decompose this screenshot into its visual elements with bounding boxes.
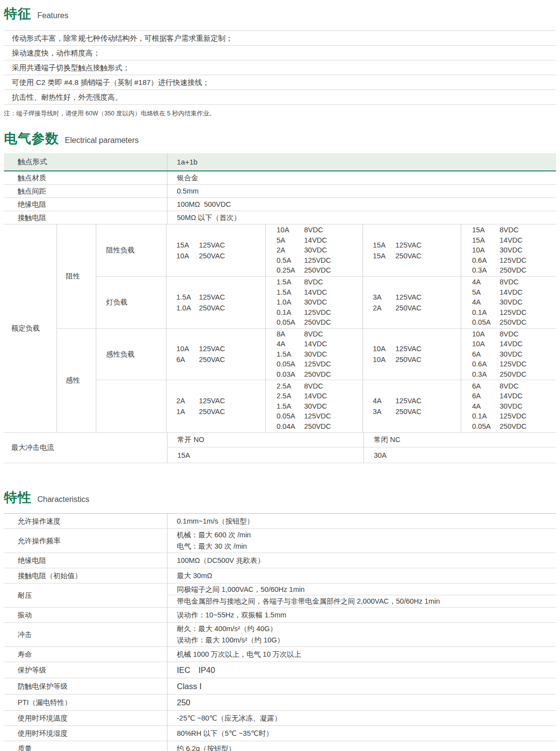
characteristic-value: 80%RH 以下（5℃ ~35℃时） <box>167 726 556 741</box>
current-value: 0.1A <box>277 307 304 318</box>
characteristic-value-line: 100MΩ（DC500V 兆欧表） <box>177 555 556 566</box>
voltage-value: 250VDC <box>500 421 527 432</box>
contact-form-value: 1a+1b <box>167 153 556 170</box>
dc-rating-line: 8A8VDC <box>277 329 363 339</box>
dc-rating-line: 10A8VDC <box>472 329 556 339</box>
ac-rating-line: 15A125VAC <box>176 240 265 250</box>
voltage-value: 125VDC <box>500 359 527 369</box>
voltage-value: 250VAC <box>395 250 421 261</box>
dc-rating-line: 2.5A14VDC <box>277 391 363 401</box>
current-value: 15A <box>373 240 395 250</box>
current-value: 0.05A <box>472 317 500 328</box>
ac-rating-cell: 1.5A125VAC1.0A250VAC <box>166 277 265 329</box>
characteristic-value: IEC IP40 <box>167 662 556 678</box>
dc-rating-line: 2A30VDC <box>277 245 363 255</box>
voltage-value: 30VDC <box>304 349 327 360</box>
load-group-label: 感性 <box>56 329 96 433</box>
characteristic-row: 防触电保护等级Class Ⅰ <box>4 678 556 695</box>
ac-rating-cell: 15A125VAC10A250VAC <box>166 224 265 277</box>
dc-rating-line: 4A14VDC <box>277 339 363 349</box>
voltage-value: 8VDC <box>304 277 323 287</box>
dc-rating-line: 0.05A250VDC <box>472 421 556 432</box>
dc-rating-line: 1.5A30VDC <box>277 349 363 360</box>
dc-rating-cell: 1.5A8VDC1.5A14VDC1.0A30VDC0.1A125VDC0.05… <box>265 277 363 329</box>
dc-rating-line: 5A14VDC <box>277 235 363 246</box>
dc-rating-cell: 10A8VDC10A14VDC6A30VDC0.6A125VDC0.3A250V… <box>461 329 556 380</box>
voltage-value: 125VAC <box>199 240 225 250</box>
voltage-value: 125VDC <box>304 307 331 318</box>
electrical-title-cn: 电气参数 <box>4 130 59 147</box>
voltage-value: 8VDC <box>304 329 323 339</box>
current-value: 15A <box>373 250 395 261</box>
voltage-value: 30VDC <box>500 297 523 307</box>
dc-rating-line: 0.1A125VDC <box>472 307 556 318</box>
dc-rating-line: 10A8VDC <box>277 225 363 235</box>
dc-rating-line: 0.3A250VDC <box>472 265 556 276</box>
characteristic-value: -25℃ ~80℃（应无冰冻、凝露） <box>167 711 556 725</box>
voltage-value: 14VDC <box>304 391 327 401</box>
characteristic-value: 耐久：最大 400m/s²（约 40G）误动作：最大 100m/s²（约 10G… <box>167 623 556 646</box>
characteristic-value-line: 电气：最大 30 次 /min <box>177 541 556 552</box>
voltage-value: 125VAC <box>395 292 421 303</box>
voltage-value: 125VDC <box>500 411 527 421</box>
dc-rating-line: 0.3A250VDC <box>472 369 556 380</box>
voltage-value: 30VDC <box>304 297 327 307</box>
dc-rating-line: 0.1A125VDC <box>277 307 363 318</box>
characteristic-label: 允许操作速度 <box>4 514 167 528</box>
voltage-value: 8VDC <box>500 277 519 287</box>
characteristic-row: 振动误动作：10~55Hz，双振幅 1.5mm <box>4 608 556 623</box>
current-value: 8A <box>277 329 304 339</box>
characteristic-value-line: 同极端子之间 1,000VAC，50/60Hz 1min <box>168 584 556 595</box>
characteristic-value: 同极端子之间 1,000VAC，50/60Hz 1min带电金属部件与接地之间，… <box>167 584 556 607</box>
dc-rating-line: 0.6A125VDC <box>472 255 556 266</box>
characteristic-row: 允许操作频率机械：最大 600 次 /min电气：最大 30 次 /min <box>4 529 556 553</box>
electrical-simple-rows: 触点材质银合金触点间距0.5mm绝缘电阻100MΩ 500VDC接触电阻50MΩ… <box>4 171 556 224</box>
voltage-value: 14VDC <box>500 391 523 401</box>
voltage-value: 8VDC <box>500 329 519 339</box>
ac-rating-line: 10A250VAC <box>373 354 461 365</box>
electrical-table: 触点形式 1a+1b 触点材质银合金触点间距0.5mm绝缘电阻100MΩ 500… <box>4 153 556 463</box>
characteristic-value: 250 <box>167 695 556 710</box>
characteristic-value-line: Class Ⅰ <box>177 681 556 692</box>
voltage-value: 14VDC <box>304 287 327 298</box>
current-value: 3A <box>373 292 395 303</box>
current-value: 10A <box>472 329 500 339</box>
ac-rating-line: 3A125VAC <box>373 292 461 303</box>
current-value: 1.0A <box>277 297 304 307</box>
dc-rating-line: 4A8VDC <box>472 277 556 287</box>
characteristic-value: 机械：最大 600 次 /min电气：最大 30 次 /min <box>167 529 556 553</box>
dc-rating-line: 6A14VDC <box>472 391 556 401</box>
characteristic-row: 寿命机械 1000 万次以上，电气 10 万次以上 <box>4 647 556 662</box>
dc-rating-line: 0.04A250VDC <box>277 421 363 432</box>
characteristic-value: 机械 1000 万次以上，电气 10 万次以上 <box>167 647 556 662</box>
characteristic-label: 振动 <box>4 608 167 622</box>
contact-form-label: 触点形式 <box>4 157 167 167</box>
inrush-nc-header: 常闭 NC <box>364 433 556 447</box>
dc-rating-line: 0.6A125VDC <box>472 359 556 369</box>
characteristic-row: 允许操作速度0.1mm~1m/s（按钮型） <box>4 514 556 529</box>
dc-rating-cell: 10A8VDC5A14VDC2A30VDC0.5A125VDC0.25A250V… <box>265 224 363 277</box>
characteristic-label: 冲击 <box>4 623 167 646</box>
current-value: 0.25A <box>277 265 304 276</box>
current-value: 1.5A <box>277 401 304 412</box>
characteristic-label: 质量 <box>4 741 167 751</box>
characteristic-value-line: 耐久：最大 400m/s²（约 40G） <box>177 623 556 635</box>
dc-rating-line: 2.5A8VDC <box>277 381 363 391</box>
voltage-value: 250VAC <box>395 406 421 417</box>
features-title-en: Features <box>37 11 68 20</box>
characteristic-row: PTI（漏电特性）250 <box>4 695 556 711</box>
dc-rating-cell: 4A8VDC5A14VDC4A30VDC0.1A125VDC0.05A250VD… <box>461 277 556 329</box>
voltage-value: 125VAC <box>395 343 421 354</box>
dc-rating-line: 4A30VDC <box>472 297 556 307</box>
dc-rating-line: 10A14VDC <box>472 339 556 349</box>
characteristic-row: 接触电阻（初始值）最大 30mΩ <box>4 568 556 584</box>
ac-rating-line: 1.5A125VAC <box>176 292 265 303</box>
electrical-row-label: 接触电阻 <box>4 213 167 223</box>
dc-rating-line: 0.05A125VDC <box>277 411 363 421</box>
current-value: 6A <box>176 354 199 365</box>
feature-item: 抗击性、耐热性好，外壳强度高。 <box>4 90 556 105</box>
characteristic-value-line: 误动作：10~55Hz，双振幅 1.5mm <box>177 610 556 621</box>
voltage-value: 250VDC <box>304 317 331 328</box>
current-value: 5A <box>472 287 500 298</box>
characteristic-value-line: 机械 1000 万次以上，电气 10 万次以上 <box>177 649 556 660</box>
